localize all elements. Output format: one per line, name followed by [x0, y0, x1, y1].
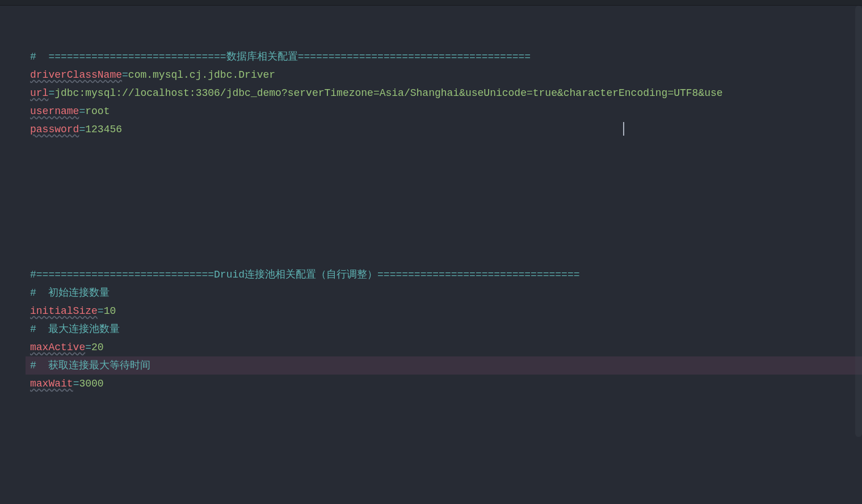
editor-container: # =============================数据库相关配置==…	[0, 6, 862, 504]
property-value: 20	[91, 342, 104, 353]
property-key: maxActive	[30, 342, 85, 353]
property-key: password	[30, 124, 79, 135]
comment-text: # =============================数据库相关配置==…	[30, 51, 531, 62]
editor-gutter	[0, 6, 26, 504]
property-value: 10	[104, 305, 116, 317]
code-line[interactable]	[26, 211, 862, 229]
property-value: 123456	[85, 124, 122, 135]
property-value: 3000	[79, 378, 103, 389]
equals-sign: =	[98, 305, 104, 317]
editor-top-bar	[0, 0, 862, 6]
property-key: initialSize	[30, 305, 98, 317]
equals-sign: =	[79, 124, 85, 135]
code-line[interactable]	[26, 157, 862, 175]
code-line[interactable]: url=jdbc:mysql://localhost:3306/jdbc_dem…	[26, 84, 862, 102]
code-line[interactable]: # 获取连接最大等待时间	[26, 356, 862, 375]
code-editor[interactable]: # =============================数据库相关配置==…	[26, 6, 862, 504]
code-line[interactable]: username=root	[26, 102, 862, 120]
code-line[interactable]: maxWait=3000	[26, 375, 862, 393]
code-line[interactable]: initialSize=10	[26, 302, 862, 320]
property-value: root	[85, 106, 110, 117]
code-line[interactable]: maxActive=20	[26, 338, 862, 356]
property-key: url	[30, 87, 48, 99]
comment-text: #=============================Druid连接池相关…	[30, 269, 580, 280]
equals-sign: =	[79, 106, 85, 117]
code-line[interactable]	[26, 247, 862, 266]
equals-sign: =	[73, 378, 79, 389]
property-key: maxWait	[30, 378, 73, 389]
code-line[interactable]: #=============================Druid连接池相关…	[26, 266, 862, 284]
property-value: com.mysql.cj.jdbc.Driver	[128, 69, 275, 81]
code-line[interactable]: # 最大连接池数量	[26, 320, 862, 338]
code-line[interactable]	[26, 193, 862, 211]
code-line[interactable]: password=123456	[26, 120, 862, 138]
code-line[interactable]: # 初始连接数量	[26, 284, 862, 302]
code-line[interactable]: driverClassName=com.mysql.cj.jdbc.Driver	[26, 66, 862, 84]
code-line[interactable]	[26, 229, 862, 247]
comment-text: # 最大连接池数量	[30, 324, 120, 335]
equals-sign: =	[85, 342, 91, 353]
vertical-scrollbar[interactable]	[855, 6, 862, 437]
code-line[interactable]: # =============================数据库相关配置==…	[26, 48, 862, 66]
property-key: driverClassName	[30, 69, 122, 81]
property-key: username	[30, 106, 79, 117]
comment-text: # 初始连接数量	[30, 287, 110, 299]
code-line[interactable]	[26, 138, 862, 157]
property-value: jdbc:mysql://localhost:3306/jdbc_demo?se…	[54, 87, 722, 99]
equals-sign: =	[122, 69, 128, 81]
code-line[interactable]	[26, 175, 862, 193]
text-cursor	[623, 122, 624, 136]
comment-text: # 获取连接最大等待时间	[30, 360, 150, 371]
equals-sign: =	[48, 87, 54, 99]
